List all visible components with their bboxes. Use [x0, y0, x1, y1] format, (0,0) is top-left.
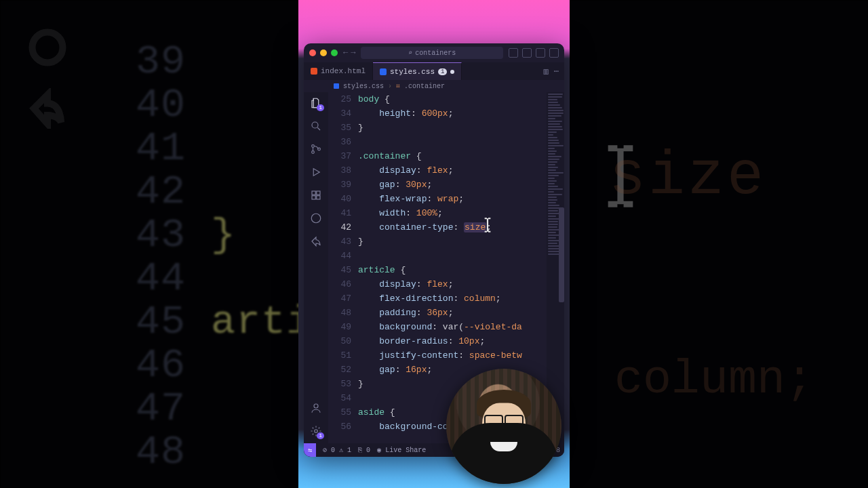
toggle-panel-right-icon[interactable] — [536, 48, 545, 58]
code-line[interactable] — [358, 135, 547, 149]
svg-rect-7 — [312, 196, 315, 199]
run-debug-icon[interactable] — [309, 165, 323, 179]
svg-rect-8 — [317, 196, 320, 199]
svg-rect-6 — [317, 191, 320, 195]
status-problems[interactable]: ⊘ 0 ⚠ 1 — [323, 446, 351, 454]
chevron-right-icon: › — [388, 83, 392, 90]
command-center-search[interactable]: ⌕ containers — [361, 47, 503, 59]
nav-arrows: ← → — [343, 48, 355, 58]
breadcrumb[interactable]: styles.css › ⌗ .container — [304, 80, 564, 92]
line-number: 40 — [328, 192, 358, 206]
line-number: 25 — [328, 92, 358, 106]
line-number: 47 — [328, 291, 358, 306]
search-icon[interactable] — [309, 119, 323, 133]
breadcrumb-symbol-icon: ⌗ — [396, 83, 400, 90]
breadcrumb-symbol: .container — [404, 83, 445, 90]
line-number: 38 — [328, 163, 358, 178]
source-control-icon[interactable] — [309, 142, 323, 156]
code-line[interactable]: border-radius: 10px; — [358, 334, 547, 348]
status-ports[interactable]: ⎘ 0 — [358, 447, 370, 454]
customize-layout-icon[interactable] — [549, 48, 559, 58]
code-line[interactable]: padding: 36px; — [358, 306, 547, 320]
layout-controls — [509, 48, 559, 58]
svg-point-9 — [311, 214, 321, 223]
html-file-icon — [311, 68, 317, 75]
live-share-icon[interactable] — [309, 235, 323, 248]
search-placeholder: containers — [415, 49, 456, 57]
share-ghost-icon — [27, 88, 68, 132]
toggle-panel-bottom-icon[interactable] — [522, 48, 532, 58]
code-line[interactable]: width: 100%; — [358, 206, 547, 220]
code-line[interactable]: background: var(--violet-da — [358, 320, 547, 334]
remote-indicator[interactable]: ⇋ — [304, 443, 316, 457]
code-line[interactable]: display: flex; — [358, 163, 547, 178]
nav-back-icon[interactable]: ← — [343, 48, 348, 58]
code-line[interactable]: display: flex; — [358, 277, 547, 291]
code-line[interactable]: .container { — [358, 149, 547, 163]
window-titlebar: ← → ⌕ containers — [304, 43, 564, 62]
settings-gear-icon[interactable]: 1 — [309, 424, 323, 438]
line-number: 43 — [328, 235, 358, 249]
zoom-icon[interactable] — [331, 49, 338, 56]
account-icon[interactable] — [309, 401, 323, 415]
tab-badge: 1 — [438, 68, 447, 75]
line-number: 49 — [328, 320, 358, 334]
svg-point-1 — [312, 122, 318, 128]
ghost-value-column: column; — [614, 353, 814, 407]
nav-forward-icon[interactable]: → — [351, 48, 355, 58]
line-number: 39 — [328, 178, 358, 192]
tab-index-html[interactable]: index.html — [304, 62, 373, 80]
line-number: 54 — [328, 391, 358, 405]
ghost-value-size: size — [609, 142, 766, 211]
explorer-badge: 1 — [317, 104, 324, 111]
line-number: 41 — [328, 206, 358, 220]
line-number: 45 — [328, 263, 358, 277]
css-file-icon — [334, 83, 339, 89]
code-line[interactable]: body { — [358, 92, 547, 106]
code-line[interactable]: } — [358, 235, 547, 249]
close-icon[interactable] — [309, 49, 316, 56]
line-number: 44 — [328, 249, 358, 263]
line-number: 34 — [328, 106, 358, 121]
line-number: 53 — [328, 377, 358, 391]
tab-label: styles.css — [390, 68, 435, 76]
status-live-share[interactable]: ◉ Live Share — [377, 446, 426, 454]
split-editor-icon[interactable]: ▥ — [544, 66, 549, 77]
dirty-indicator-icon — [450, 70, 454, 74]
code-line[interactable] — [358, 249, 547, 263]
line-number: 55 — [328, 405, 358, 420]
code-line[interactable]: height: 600px; — [358, 106, 547, 121]
line-number: 48 — [328, 306, 358, 320]
css-file-icon — [380, 68, 387, 75]
breadcrumb-file: styles.css — [343, 83, 384, 90]
line-number: 51 — [328, 348, 358, 363]
settings-badge: 1 — [317, 432, 324, 439]
github-ghost-icon — [27, 27, 68, 71]
code-line[interactable]: container-type: size; — [358, 220, 547, 235]
tab-styles-css[interactable]: styles.css1 — [373, 62, 462, 80]
svg-point-0 — [33, 33, 63, 63]
activity-bar: 1 1 — [304, 92, 328, 443]
search-icon: ⌕ — [408, 49, 412, 57]
editor-tabs: index.htmlstyles.css1 ▥ ⋯ — [304, 62, 564, 80]
line-number: 52 — [328, 363, 358, 377]
minimize-icon[interactable] — [320, 49, 327, 56]
line-number: 56 — [328, 420, 358, 434]
svg-point-11 — [315, 430, 318, 433]
code-line[interactable]: justify-content: space-betw — [358, 348, 547, 363]
code-line[interactable]: gap: 30px; — [358, 178, 547, 192]
code-line[interactable]: flex-wrap: wrap; — [358, 192, 547, 206]
toggle-panel-left-icon[interactable] — [509, 48, 518, 58]
svg-point-10 — [314, 404, 318, 408]
line-number: 50 — [328, 334, 358, 348]
line-number: 37 — [328, 149, 358, 163]
presenter-webcam — [446, 369, 561, 484]
code-line[interactable]: flex-direction: column; — [358, 291, 547, 306]
extensions-icon[interactable] — [309, 188, 323, 202]
more-actions-icon[interactable]: ⋯ — [554, 66, 559, 77]
explorer-icon[interactable]: 1 — [309, 96, 323, 110]
line-number: 36 — [328, 135, 358, 149]
github-icon[interactable] — [309, 211, 323, 225]
code-line[interactable]: article { — [358, 263, 547, 277]
code-line[interactable]: } — [358, 121, 547, 135]
